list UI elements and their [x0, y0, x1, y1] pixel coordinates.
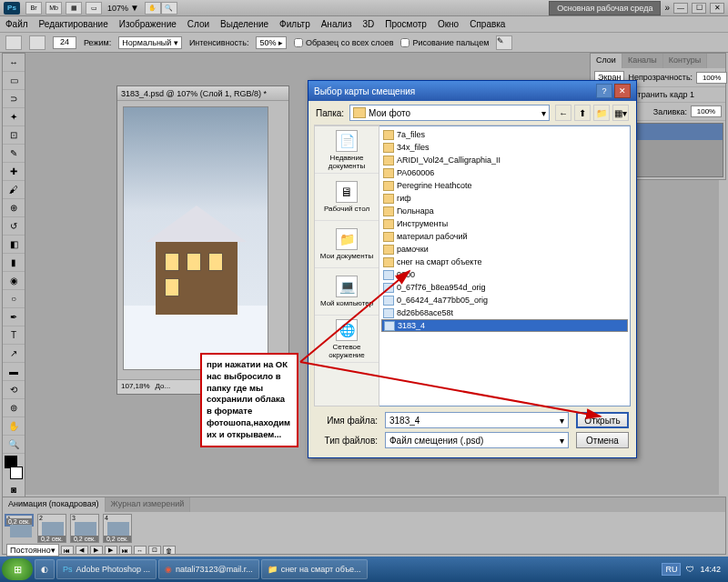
loop-select[interactable]: Постоянно▾	[6, 544, 59, 557]
task-photoshop[interactable]: PsAdobe Photoshop ...	[56, 559, 157, 579]
place-desktop[interactable]: 🖥Рабочий стол	[315, 174, 379, 221]
brush-tool[interactable]: 🖌	[3, 181, 25, 199]
filetype-select[interactable]: Файл смещения (.psd)▾	[385, 432, 569, 448]
delete-frame-button[interactable]: 🗑	[163, 546, 176, 555]
marquee-tool[interactable]: ▭	[3, 72, 25, 90]
status-zoom[interactable]: 107,18%	[121, 382, 150, 392]
menu-view[interactable]: Просмотр	[385, 19, 427, 29]
file-list[interactable]: 7a_files34x_filesARIDI_Vol24_Calligraphi…	[379, 125, 631, 406]
file-item[interactable]: ARIDI_Vol24_Calligraphia_II	[381, 154, 628, 166]
zoom-icon[interactable]: 🔍	[161, 2, 177, 15]
prev-frame-button[interactable]: ◀	[76, 546, 88, 555]
tab-paths[interactable]: Контуры	[663, 54, 707, 68]
color-swatches[interactable]	[3, 454, 25, 481]
tool-preset-icon[interactable]	[5, 35, 22, 50]
quicklaunch[interactable]: ◐	[35, 559, 55, 579]
heal-tool[interactable]: ✚	[3, 163, 25, 181]
eraser-tool[interactable]: ◧	[3, 236, 25, 254]
up-icon[interactable]: ⬆	[574, 105, 591, 121]
move-tool[interactable]: ↔	[3, 54, 25, 72]
file-item[interactable]: 8d26b68ace58t	[381, 306, 628, 319]
tween-button[interactable]: ↔	[134, 546, 147, 555]
file-item[interactable]: 3183_4	[381, 319, 628, 332]
back-icon[interactable]: ←	[555, 105, 571, 121]
fill-input[interactable]	[691, 105, 722, 117]
tab-animation[interactable]: Анимация (покадровая)	[3, 497, 106, 512]
place-computer[interactable]: 💻Мой компьютер	[315, 268, 379, 316]
eyedropper-tool[interactable]: ✎	[3, 145, 25, 163]
brush-size-input[interactable]: 24	[53, 36, 76, 49]
new-folder-icon[interactable]: 📁	[593, 105, 610, 121]
tray-icon[interactable]: 🛡	[686, 565, 694, 574]
blend-mode-select[interactable]: Нормальный ▾	[118, 36, 182, 49]
task-browser[interactable]: ◉natali73123@mail.r...	[158, 559, 259, 579]
place-recent[interactable]: 📄Недавние документы	[315, 126, 379, 174]
animation-frame[interactable]: 20,2 сек.	[37, 514, 66, 543]
pen-tool[interactable]: ✒	[3, 308, 25, 326]
menu-layers[interactable]: Слои	[187, 19, 209, 29]
tab-measurements[interactable]: Журнал измерений	[106, 497, 191, 512]
file-item[interactable]: Гюльнара	[381, 205, 628, 217]
brush-preview-icon[interactable]	[29, 35, 46, 50]
animation-frame[interactable]: 10,2 сек.	[5, 514, 34, 527]
menu-filter[interactable]: Фильтр	[279, 19, 310, 29]
mb-icon[interactable]: Mb	[46, 2, 62, 15]
bridge-icon[interactable]: Br	[25, 2, 42, 15]
minimize-button[interactable]: —	[673, 3, 688, 14]
workspace-switcher[interactable]: Основная рабочая среда	[549, 1, 661, 15]
finger-painting-checkbox[interactable]: Рисование пальцем	[400, 38, 489, 47]
tab-layers[interactable]: Слои	[591, 54, 622, 68]
last-frame-button[interactable]: ⏭	[119, 546, 132, 555]
shape-tool[interactable]: ▬	[3, 363, 25, 381]
menu-analysis[interactable]: Анализ	[321, 19, 352, 29]
task-folder[interactable]: 📁снег на смарт объе...	[261, 559, 368, 579]
menu-help[interactable]: Справка	[470, 19, 505, 29]
3d-cam-tool[interactable]: ⊚	[3, 399, 25, 417]
history-brush-tool[interactable]: ↺	[3, 217, 25, 236]
menu-select[interactable]: Выделение	[220, 19, 268, 29]
file-item[interactable]: PA060006	[381, 166, 628, 179]
views-icon[interactable]: ▦▾	[612, 105, 629, 121]
lasso-tool[interactable]: ⊃	[3, 90, 25, 108]
file-item[interactable]: 0_67f76_b8ea954d_orig	[381, 281, 628, 294]
menu-3d[interactable]: 3D	[362, 19, 374, 29]
tab-channels[interactable]: Каналы	[622, 54, 663, 68]
dodge-tool[interactable]: ○	[3, 290, 25, 308]
pressure-icon[interactable]: ✎	[496, 35, 512, 50]
file-item[interactable]: 0000	[381, 268, 628, 281]
cancel-button[interactable]: Отмена	[576, 432, 629, 448]
menu-edit[interactable]: Редактирование	[39, 19, 108, 29]
document-title[interactable]: 3183_4.psd @ 107% (Слой 1, RGB/8) *	[117, 86, 288, 101]
menu-file[interactable]: Файл	[5, 19, 28, 29]
chevron-right-icon[interactable]: »	[664, 3, 670, 13]
hand-icon[interactable]: ✋	[145, 2, 161, 15]
folder-select[interactable]: Мои фото ▾	[349, 105, 550, 121]
clock[interactable]: 14:42	[700, 565, 721, 574]
start-button[interactable]: ⊞	[2, 558, 33, 580]
place-network[interactable]: 🌐Сетевое окружение	[315, 316, 379, 363]
place-mydocs[interactable]: 📁Мои документы	[315, 221, 379, 268]
type-tool[interactable]: T	[3, 326, 25, 345]
filename-input[interactable]: 3183_4▾	[385, 412, 569, 428]
new-frame-button[interactable]: ⊡	[148, 546, 161, 555]
3d-tool[interactable]: ⟲	[3, 381, 25, 399]
file-item[interactable]: материал рабочий	[381, 230, 628, 243]
file-item[interactable]: рамочки	[381, 243, 628, 256]
intensity-input[interactable]: 50% ▸	[256, 36, 287, 49]
animation-frame[interactable]: 40,2 сек.	[103, 514, 132, 543]
status-doc[interactable]: До...	[156, 382, 171, 392]
blur-tool[interactable]: ◉	[3, 272, 25, 290]
file-item[interactable]: 0_66424_4a77bb05_orig	[381, 294, 628, 306]
close-button[interactable]: ✕	[710, 3, 724, 14]
file-item[interactable]: 7a_files	[381, 128, 628, 141]
hand-tool[interactable]: ✋	[3, 417, 25, 436]
path-tool[interactable]: ↗	[3, 345, 25, 363]
stamp-tool[interactable]: ⊕	[3, 199, 25, 217]
maximize-button[interactable]: ☐	[692, 3, 706, 14]
menu-image[interactable]: Изображение	[119, 19, 177, 29]
sample-all-layers-checkbox[interactable]: Образец со всех слоев	[294, 38, 394, 47]
doc-zoom-indicator[interactable]: 107%	[107, 4, 128, 13]
opacity-input[interactable]	[696, 72, 727, 84]
open-button[interactable]: Открыть	[576, 412, 629, 428]
wand-tool[interactable]: ✦	[3, 108, 25, 126]
